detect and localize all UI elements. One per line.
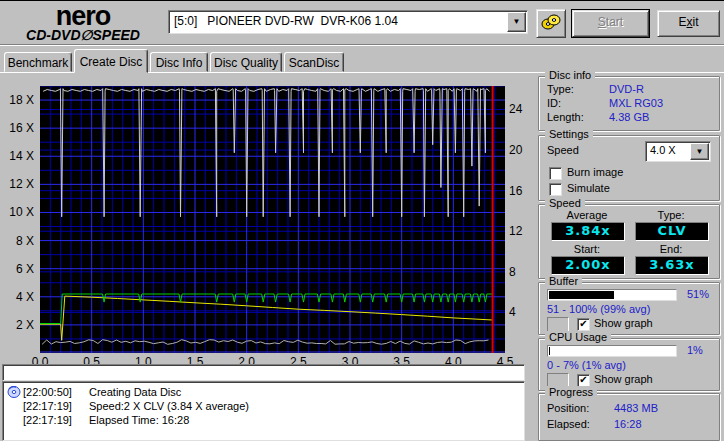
disc-type-value: DVD-R — [609, 83, 644, 95]
disc-type-label: Type: — [547, 83, 574, 95]
group-title: Settings — [545, 128, 593, 140]
y-left-tick: 2 X — [0, 318, 34, 332]
y-right-tick: 24 — [509, 102, 533, 116]
log-text: Elapsed Time: 16:28 — [89, 414, 189, 426]
log-panel: [22:00:50] Creating Data Disc [22:17:19]… — [2, 381, 525, 441]
drive-select[interactable]: [5:0] PIONEER DVD-RW DVR-K06 1.04 ▼ — [168, 10, 528, 34]
exit-button[interactable]: Exit — [657, 10, 720, 37]
y-right-tick: 8 — [509, 265, 533, 279]
y-left-tick: 4 X — [0, 290, 34, 304]
y-left-tick: 18 X — [0, 93, 34, 107]
disc-info-group: Disc info Type: DVD-R ID: MXL RG03 Lengt… — [538, 76, 720, 131]
tab-create-disc[interactable]: Create Disc — [74, 49, 148, 73]
buffer-range: 51 - 100% (99% avg) — [547, 303, 650, 315]
tab-benchmark[interactable]: Benchmark — [4, 52, 72, 72]
speed-setting-label: Speed — [547, 144, 579, 156]
disc-length-label: Length: — [547, 111, 584, 123]
y-right-tick: 12 — [509, 224, 533, 238]
speed-select-value: 4.0 X — [650, 144, 676, 156]
cpu-meter-fill — [549, 347, 550, 355]
logo-line2: CD-DVD∅SPEED — [8, 28, 158, 42]
disc-length-value: 4.38 GB — [609, 111, 649, 123]
speed-type-value: CLV — [635, 222, 709, 241]
log-text: Creating Data Disc — [89, 386, 181, 398]
progress-group: Progress Position: 4483 MB Elapsed: 16:2… — [538, 393, 720, 441]
group-title: Progress — [545, 386, 597, 398]
chart-canvas — [40, 86, 505, 353]
speed-average-label: Average — [550, 209, 624, 221]
y-left-tick: 12 X — [0, 177, 34, 191]
burn-image-label: Burn image — [567, 166, 623, 178]
y-left-tick: 16 X — [0, 121, 34, 135]
cpu-meter — [547, 345, 677, 357]
tab-scandisc[interactable]: ScanDisc — [284, 52, 344, 72]
y-right-tick: 16 — [509, 184, 533, 198]
drive-select-value: [5:0] PIONEER DVD-RW DVR-K06 1.04 — [174, 14, 398, 28]
chevron-down-icon[interactable]: ▼ — [690, 143, 709, 160]
tab-disc-quality[interactable]: Disc Quality — [210, 52, 282, 72]
chevron-down-icon[interactable]: ▼ — [507, 12, 526, 32]
cpu-range: 0 - 7% (1% avg) — [547, 359, 626, 371]
group-title: Buffer — [545, 275, 582, 287]
y-right-tick: 20 — [509, 143, 533, 157]
disc-id-label: ID: — [547, 97, 561, 109]
nero-logo: nero CD-DVD∅SPEED — [8, 4, 158, 42]
simulate-label: Simulate — [567, 182, 610, 194]
disc-id-value: MXL RG03 — [609, 97, 663, 109]
buffer-group: Buffer 51% 51 - 100% (99% avg) ✔ Show gr… — [538, 282, 720, 335]
eject-disc-button[interactable] — [536, 9, 566, 38]
write-speed-chart — [40, 86, 505, 353]
speed-group: Speed Average Type: 3.84x CLV Start: End… — [538, 204, 720, 279]
log-entry: [22:17:19] Elapsed Time: 16:28 — [7, 414, 189, 426]
elapsed-value: 16:28 — [614, 418, 642, 430]
log-time: [22:17:19] — [23, 400, 89, 412]
discs-icon — [541, 13, 561, 31]
chart-y-axis-left: 2 X4 X6 X8 X10 X12 X14 X16 X18 X — [0, 86, 36, 353]
position-progress-bar — [2, 364, 525, 381]
log-time: [22:17:19] — [23, 414, 89, 426]
simulate-checkbox[interactable] — [549, 183, 562, 196]
log-entry: [22:17:19] Speed:2 X CLV (3.84 X average… — [7, 400, 249, 412]
y-right-tick: 4 — [509, 305, 533, 319]
y-left-tick: 6 X — [0, 262, 34, 276]
log-entry: [22:00:50] Creating Data Disc — [7, 386, 181, 398]
position-value: 4483 MB — [614, 402, 658, 414]
group-title: CPU Usage — [545, 331, 611, 343]
group-title: Speed — [545, 197, 585, 209]
cpu-show-graph-label: Show graph — [594, 373, 653, 385]
buffer-color-swatch[interactable] — [547, 317, 569, 332]
speed-start-label: Start: — [550, 243, 624, 255]
speed-end-value: 3.63x — [635, 256, 709, 275]
log-time: [22:00:50] — [23, 386, 89, 398]
group-title: Disc info — [545, 69, 595, 81]
start-button-label: tart — [606, 15, 623, 29]
log-text: Speed:2 X CLV (3.84 X average) — [89, 400, 249, 412]
buffer-show-graph-label: Show graph — [594, 317, 653, 329]
tab-disc-info[interactable]: Disc Info — [150, 52, 208, 72]
start-button[interactable]: Start — [572, 10, 649, 37]
elapsed-label: Elapsed: — [547, 418, 590, 430]
chart-y-axis-right: 4812162024 — [509, 86, 535, 353]
exit-button-label: Exit — [678, 15, 698, 29]
y-left-tick: 10 X — [0, 205, 34, 219]
speed-select[interactable]: 4.0 X ▼ — [645, 141, 711, 162]
position-label: Position: — [547, 402, 589, 414]
buffer-meter — [547, 289, 677, 301]
speed-type-label: Type: — [634, 209, 708, 221]
speed-end-label: End: — [634, 243, 708, 255]
y-left-tick: 8 X — [0, 234, 34, 248]
buffer-meter-fill — [549, 291, 614, 299]
speed-start-value: 2.00x — [551, 256, 625, 275]
buffer-percent: 51% — [687, 288, 709, 300]
disc-icon — [7, 386, 21, 398]
speed-average-value: 3.84x — [551, 222, 625, 241]
buffer-show-graph-checkbox[interactable]: ✔ — [577, 318, 590, 331]
toolbar-separator — [0, 44, 724, 46]
burn-image-checkbox[interactable] — [549, 167, 562, 180]
cpu-percent: 1% — [687, 344, 703, 356]
settings-group: Settings Speed 4.0 X ▼ Burn image Simula… — [538, 135, 720, 201]
y-left-tick: 14 X — [0, 149, 34, 163]
logo-line1: nero — [8, 4, 158, 28]
cpu-usage-group: CPU Usage 1% 0 - 7% (1% avg) ✔ Show grap… — [538, 338, 720, 391]
toolbar: nero CD-DVD∅SPEED [5:0] PIONEER DVD-RW D… — [0, 1, 724, 44]
